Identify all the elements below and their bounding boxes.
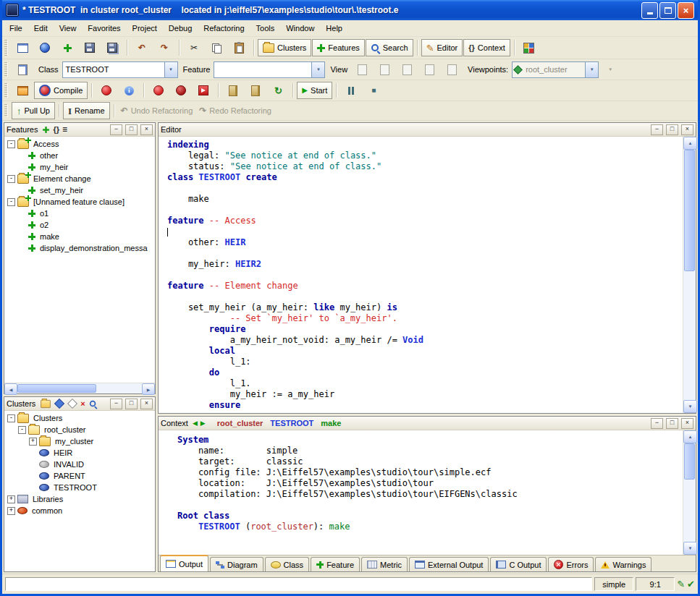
tab-diagram[interactable]: Diagram (210, 557, 263, 571)
view-flat-button[interactable] (396, 60, 418, 79)
editor-panel-header[interactable]: Editor − □ × (159, 123, 696, 137)
c-compile-finalized-button[interactable] (245, 81, 266, 100)
tree-item-unnamed-feature-clause[interactable]: -[Unnamed feature clause] (4, 196, 155, 208)
tree-item-root-cluster[interactable]: -root_cluster (4, 424, 155, 435)
editor-toggle-button[interactable]: ✎ Editor (421, 39, 463, 56)
tree-item-o1[interactable]: o1 (4, 208, 155, 219)
viewpoints-menu-button[interactable]: ▼ (599, 60, 621, 79)
scroll-left-button[interactable]: ◀ (4, 383, 17, 395)
context-panel-header[interactable]: Context ◀ ▶ root_clusterTESTROOTmake − □… (159, 417, 696, 430)
scroll-down-button[interactable]: ▼ (683, 542, 697, 555)
minimize-button[interactable] (641, 2, 658, 19)
toolbar-gripper[interactable] (4, 62, 8, 77)
menu-file[interactable]: File (4, 22, 28, 35)
scroll-down-button[interactable]: ▼ (683, 400, 697, 413)
scroll-thumb[interactable] (17, 384, 96, 393)
pull-up-button[interactable]: ↑ Pull Up (12, 102, 55, 119)
delete-icon[interactable]: × (80, 400, 85, 408)
scroll-track[interactable] (17, 383, 142, 393)
tree-item-libraries[interactable]: +Libraries (4, 493, 155, 505)
tab-class[interactable]: Class (265, 557, 310, 571)
features-minimize-button[interactable]: − (110, 124, 122, 135)
menu-view[interactable]: View (54, 22, 83, 35)
view-basic-button[interactable] (351, 60, 373, 79)
open-file-button[interactable] (34, 38, 56, 57)
scroll-track[interactable] (683, 443, 696, 542)
add-item-button[interactable] (56, 38, 78, 57)
context-minimize-button[interactable]: − (651, 418, 663, 429)
editor-minimize-button[interactable]: − (651, 124, 663, 135)
breadcrumb-make[interactable]: make (321, 419, 341, 427)
menu-window[interactable]: Window (280, 22, 320, 35)
menu-favorites[interactable]: Favorites (82, 22, 126, 35)
redo-refactoring-button[interactable]: ↷ Redo Refactoring (196, 101, 274, 120)
tree-item-parent[interactable]: PARENT (4, 470, 155, 482)
tree-item-make[interactable]: make (4, 231, 155, 242)
collapse-icon[interactable]: - (7, 140, 15, 148)
features-hscrollbar[interactable]: ◀ ▶ (4, 383, 155, 393)
external-commands-button[interactable] (518, 38, 540, 57)
menu-project[interactable]: Project (127, 22, 163, 35)
features-restore-button[interactable]: □ (125, 124, 138, 135)
add-cluster-icon[interactable] (41, 399, 51, 407)
feature-add-icon[interactable] (43, 127, 50, 133)
pause-button[interactable] (340, 81, 362, 100)
undo-button[interactable]: ↶ (131, 38, 153, 57)
features-close-button[interactable]: × (140, 124, 153, 135)
compile-ok-check-icon[interactable]: ✔ (687, 579, 695, 589)
editor-close-button[interactable]: × (681, 124, 693, 135)
tree-item-access[interactable]: -Access (4, 138, 155, 150)
tree-item-common[interactable]: +common (4, 505, 155, 516)
melt-button[interactable] (96, 81, 117, 100)
tab-external-output[interactable]: External Output (409, 557, 489, 571)
close-button[interactable]: × (678, 2, 694, 19)
collapse-icon[interactable]: - (7, 198, 15, 206)
save-button[interactable] (79, 38, 101, 57)
refresh-button[interactable]: ↻ (267, 81, 289, 100)
edit-mode-pencil-icon[interactable]: ✎ (677, 579, 685, 589)
diamond-blue-icon[interactable] (54, 399, 64, 409)
view-contract-button[interactable] (418, 60, 440, 79)
history-back-icon[interactable]: ◀ (193, 420, 198, 427)
undo-refactoring-button[interactable]: ↶ Undo Refactoring (118, 101, 196, 120)
redo-button[interactable]: ↷ (153, 38, 175, 57)
history-forward-icon[interactable]: ▶ (201, 420, 206, 427)
clusters-minimize-button[interactable]: − (110, 399, 122, 409)
menu-tools[interactable]: Tools (250, 22, 281, 35)
breadcrumb-testroot[interactable]: TESTROOT (270, 419, 313, 427)
toolbar-gripper[interactable] (4, 40, 8, 56)
list-icon[interactable]: ≡ (62, 125, 67, 134)
start-button[interactable]: ▶ Start (297, 82, 332, 99)
freeze-button[interactable] (148, 81, 169, 100)
precompile-button[interactable] (193, 81, 214, 100)
viewpoints-combobox[interactable]: root_cluster ▼ (512, 61, 599, 78)
open-project-button[interactable] (12, 81, 33, 100)
feature-dropdown-arrow[interactable]: ▼ (311, 62, 324, 77)
tab-metric[interactable]: Metric (361, 557, 408, 571)
menu-refactoring[interactable]: Refactoring (198, 22, 250, 35)
title-bar[interactable]: * TESTROOT in cluster root_cluster locat… (2, 0, 698, 20)
braces-icon[interactable]: {} (53, 126, 59, 134)
tree-item-invalid[interactable]: INVALID (4, 459, 155, 470)
tree-item-my-cluster[interactable]: +my_cluster (4, 435, 155, 447)
editor-restore-button[interactable]: □ (666, 124, 678, 135)
features-panel-header[interactable]: Features {} ≡ − □ × (4, 123, 155, 137)
tree-item-testroot[interactable]: TESTROOT (4, 482, 155, 493)
menu-edit[interactable]: Edit (28, 22, 54, 35)
rename-button[interactable]: I Rename (63, 102, 110, 119)
diamond-white-icon[interactable] (67, 399, 77, 409)
scroll-up-button[interactable]: ▲ (683, 430, 697, 443)
search-toggle-button[interactable]: Search (366, 39, 413, 56)
expand-icon[interactable]: + (29, 438, 37, 446)
feature-combobox[interactable]: ▼ (214, 61, 325, 78)
toolbar-gripper[interactable] (4, 83, 8, 98)
tab-feature[interactable]: Feature (311, 557, 360, 571)
paste-button[interactable] (228, 38, 250, 57)
context-restore-button[interactable]: □ (666, 418, 678, 429)
breadcrumb-root_cluster[interactable]: root_cluster (217, 419, 263, 427)
context-output[interactable]: System name: simple target: classic conf… (159, 430, 683, 555)
scroll-track[interactable] (683, 150, 696, 400)
clusters-panel-header[interactable]: Clusters × − □ × (4, 397, 155, 411)
new-window-button[interactable] (12, 38, 33, 57)
context-close-button[interactable]: × (681, 418, 693, 429)
